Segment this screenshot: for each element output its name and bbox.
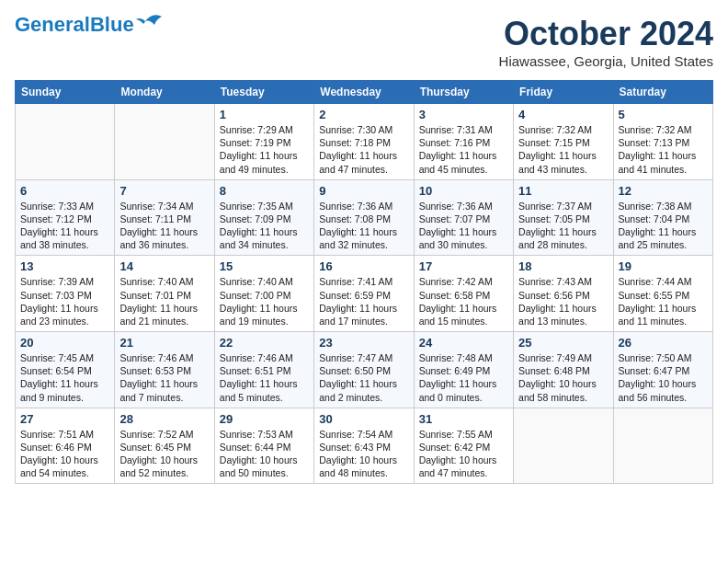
calendar-cell: 13Sunrise: 7:39 AM Sunset: 7:03 PM Dayli… — [16, 256, 115, 332]
day-info: Sunrise: 7:37 AM Sunset: 7:05 PM Dayligh… — [518, 200, 608, 252]
logo-text: GeneralBlue — [15, 15, 134, 35]
calendar-cell: 19Sunrise: 7:44 AM Sunset: 6:55 PM Dayli… — [613, 256, 712, 332]
day-info: Sunrise: 7:42 AM Sunset: 6:58 PM Dayligh… — [419, 275, 508, 327]
day-number: 18 — [518, 259, 608, 273]
calendar-week-row: 1Sunrise: 7:29 AM Sunset: 7:19 PM Daylig… — [16, 104, 713, 180]
day-number: 17 — [419, 259, 508, 273]
day-info: Sunrise: 7:46 AM Sunset: 6:53 PM Dayligh… — [119, 351, 209, 404]
day-number: 29 — [220, 412, 309, 426]
logo-bird-icon — [136, 12, 164, 30]
day-info: Sunrise: 7:32 AM Sunset: 7:15 PM Dayligh… — [518, 123, 608, 176]
calendar-cell: 18Sunrise: 7:43 AM Sunset: 6:56 PM Dayli… — [514, 256, 613, 332]
day-number: 30 — [319, 412, 408, 426]
calendar-cell: 17Sunrise: 7:42 AM Sunset: 6:58 PM Dayli… — [414, 256, 513, 332]
day-number: 10 — [419, 184, 508, 198]
day-number: 24 — [419, 336, 508, 350]
day-info: Sunrise: 7:29 AM Sunset: 7:19 PM Dayligh… — [220, 123, 309, 176]
day-number: 7 — [119, 184, 209, 198]
day-number: 20 — [20, 336, 109, 350]
calendar-cell: 1Sunrise: 7:29 AM Sunset: 7:19 PM Daylig… — [214, 104, 313, 180]
calendar-cell: 23Sunrise: 7:47 AM Sunset: 6:50 PM Dayli… — [314, 332, 414, 408]
weekday-header: Tuesday — [214, 81, 313, 104]
calendar-cell: 29Sunrise: 7:53 AM Sunset: 6:44 PM Dayli… — [214, 408, 313, 484]
calendar-cell: 25Sunrise: 7:49 AM Sunset: 6:48 PM Dayli… — [514, 332, 613, 408]
calendar-cell — [514, 408, 613, 484]
day-info: Sunrise: 7:30 AM Sunset: 7:18 PM Dayligh… — [319, 123, 408, 176]
day-info: Sunrise: 7:45 AM Sunset: 6:54 PM Dayligh… — [20, 351, 109, 404]
day-info: Sunrise: 7:52 AM Sunset: 6:45 PM Dayligh… — [119, 428, 209, 480]
page-subtitle: Hiawassee, Georgia, United States — [499, 53, 713, 69]
weekday-header-row: SundayMondayTuesdayWednesdayThursdayFrid… — [16, 81, 713, 104]
day-info: Sunrise: 7:39 AM Sunset: 7:03 PM Dayligh… — [20, 275, 109, 327]
day-number: 21 — [119, 336, 209, 350]
day-info: Sunrise: 7:34 AM Sunset: 7:11 PM Dayligh… — [119, 200, 209, 252]
calendar-week-row: 20Sunrise: 7:45 AM Sunset: 6:54 PM Dayli… — [16, 332, 713, 408]
calendar-table: SundayMondayTuesdayWednesdayThursdayFrid… — [15, 80, 713, 484]
weekday-header: Wednesday — [314, 81, 414, 104]
day-number: 28 — [119, 412, 209, 426]
weekday-header: Sunday — [16, 81, 115, 104]
page-header: GeneralBlue October 2024 Hiawassee, Geor… — [15, 15, 713, 69]
day-info: Sunrise: 7:48 AM Sunset: 6:49 PM Dayligh… — [419, 351, 508, 404]
calendar-cell: 15Sunrise: 7:40 AM Sunset: 7:00 PM Dayli… — [214, 256, 313, 332]
calendar-cell: 16Sunrise: 7:41 AM Sunset: 6:59 PM Dayli… — [314, 256, 414, 332]
day-info: Sunrise: 7:35 AM Sunset: 7:09 PM Dayligh… — [220, 200, 309, 252]
calendar-cell — [115, 104, 214, 180]
day-number: 13 — [20, 259, 109, 273]
day-info: Sunrise: 7:55 AM Sunset: 6:42 PM Dayligh… — [419, 428, 508, 480]
day-number: 22 — [220, 336, 309, 350]
calendar-week-row: 13Sunrise: 7:39 AM Sunset: 7:03 PM Dayli… — [16, 256, 713, 332]
weekday-header: Friday — [514, 81, 613, 104]
day-number: 11 — [518, 184, 608, 198]
day-number: 23 — [319, 336, 408, 350]
calendar-cell: 30Sunrise: 7:54 AM Sunset: 6:43 PM Dayli… — [314, 408, 414, 484]
weekday-header: Monday — [115, 81, 214, 104]
day-info: Sunrise: 7:40 AM Sunset: 7:01 PM Dayligh… — [119, 275, 209, 327]
day-info: Sunrise: 7:54 AM Sunset: 6:43 PM Dayligh… — [319, 428, 408, 480]
calendar-cell: 9Sunrise: 7:36 AM Sunset: 7:08 PM Daylig… — [314, 179, 414, 256]
day-number: 15 — [220, 259, 309, 273]
title-block: October 2024 Hiawassee, Georgia, United … — [499, 15, 713, 69]
logo: GeneralBlue — [15, 15, 164, 35]
day-number: 3 — [419, 108, 508, 121]
day-number: 14 — [119, 259, 209, 273]
calendar-cell: 12Sunrise: 7:38 AM Sunset: 7:04 PM Dayli… — [613, 179, 712, 256]
day-info: Sunrise: 7:49 AM Sunset: 6:48 PM Dayligh… — [518, 351, 608, 404]
calendar-cell: 5Sunrise: 7:32 AM Sunset: 7:13 PM Daylig… — [613, 104, 712, 180]
day-info: Sunrise: 7:44 AM Sunset: 6:55 PM Dayligh… — [619, 275, 708, 327]
calendar-cell: 4Sunrise: 7:32 AM Sunset: 7:15 PM Daylig… — [514, 104, 613, 180]
calendar-cell: 24Sunrise: 7:48 AM Sunset: 6:49 PM Dayli… — [414, 332, 513, 408]
calendar-cell — [613, 408, 712, 484]
day-number: 5 — [619, 108, 708, 121]
day-info: Sunrise: 7:36 AM Sunset: 7:07 PM Dayligh… — [419, 200, 508, 252]
day-number: 16 — [319, 259, 408, 273]
calendar-cell: 2Sunrise: 7:30 AM Sunset: 7:18 PM Daylig… — [314, 104, 414, 180]
day-number: 31 — [419, 412, 508, 426]
day-info: Sunrise: 7:50 AM Sunset: 6:47 PM Dayligh… — [619, 351, 708, 404]
weekday-header: Thursday — [414, 81, 513, 104]
calendar-cell: 27Sunrise: 7:51 AM Sunset: 6:46 PM Dayli… — [16, 408, 115, 484]
day-info: Sunrise: 7:53 AM Sunset: 6:44 PM Dayligh… — [220, 428, 309, 480]
calendar-cell: 26Sunrise: 7:50 AM Sunset: 6:47 PM Dayli… — [613, 332, 712, 408]
calendar-cell: 11Sunrise: 7:37 AM Sunset: 7:05 PM Dayli… — [514, 179, 613, 256]
day-info: Sunrise: 7:51 AM Sunset: 6:46 PM Dayligh… — [20, 428, 109, 480]
day-number: 4 — [518, 108, 608, 121]
calendar-week-row: 6Sunrise: 7:33 AM Sunset: 7:12 PM Daylig… — [16, 179, 713, 256]
day-number: 6 — [20, 184, 109, 198]
weekday-header: Saturday — [613, 81, 712, 104]
day-info: Sunrise: 7:47 AM Sunset: 6:50 PM Dayligh… — [319, 351, 408, 404]
calendar-week-row: 27Sunrise: 7:51 AM Sunset: 6:46 PM Dayli… — [16, 408, 713, 484]
calendar-cell: 20Sunrise: 7:45 AM Sunset: 6:54 PM Dayli… — [16, 332, 115, 408]
day-number: 9 — [319, 184, 408, 198]
day-info: Sunrise: 7:33 AM Sunset: 7:12 PM Dayligh… — [20, 200, 109, 252]
calendar-cell: 22Sunrise: 7:46 AM Sunset: 6:51 PM Dayli… — [214, 332, 313, 408]
calendar-cell: 28Sunrise: 7:52 AM Sunset: 6:45 PM Dayli… — [115, 408, 214, 484]
day-info: Sunrise: 7:32 AM Sunset: 7:13 PM Dayligh… — [619, 123, 708, 176]
day-info: Sunrise: 7:43 AM Sunset: 6:56 PM Dayligh… — [518, 275, 608, 327]
page-title: October 2024 — [499, 15, 713, 53]
day-number: 25 — [518, 336, 608, 350]
day-number: 26 — [619, 336, 708, 350]
calendar-cell — [16, 104, 115, 180]
day-info: Sunrise: 7:46 AM Sunset: 6:51 PM Dayligh… — [220, 351, 309, 404]
calendar-cell: 7Sunrise: 7:34 AM Sunset: 7:11 PM Daylig… — [115, 179, 214, 256]
